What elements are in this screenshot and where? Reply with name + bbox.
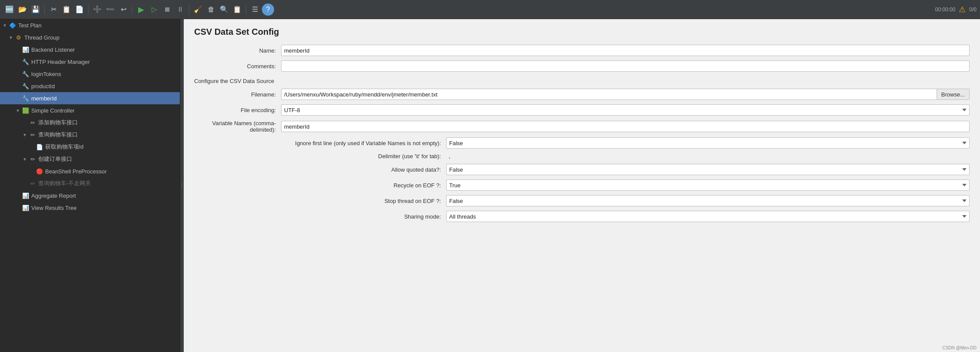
start-button[interactable]: ▶ (135, 3, 147, 16)
name-field (281, 45, 970, 56)
list-button[interactable]: ☰ (249, 3, 261, 16)
recycle-eof-select[interactable]: True False (446, 179, 970, 191)
expand-create-order[interactable]: ▼ (23, 157, 29, 162)
remove-button[interactable]: ➖ (104, 3, 116, 16)
tree-item-login-tokens[interactable]: ▶ 🔧 loginTokens (0, 68, 180, 80)
variable-names-label: Variable Names (comma-delimited): (194, 120, 281, 133)
ignore-first-line-label: Ignore first line (only used if Variable… (194, 140, 446, 146)
expand-query-cart[interactable]: ▼ (23, 133, 29, 137)
login-tokens-icon: 🔧 (22, 70, 30, 78)
reset-button[interactable]: ↩ (117, 3, 129, 16)
timer-display: 00:00:00 (935, 7, 956, 13)
open-button[interactable]: 📂 (17, 3, 29, 16)
paste-button[interactable]: 📄 (73, 3, 86, 16)
filename-label: Filename: (194, 91, 281, 98)
member-id-icon: 🔧 (22, 94, 30, 102)
get-cart-items-icon: 📄 (36, 143, 43, 151)
tree-item-beanshell-pre[interactable]: ▶ 🔴 BeanShell PreProcessor (0, 165, 180, 177)
tree-item-label: 查询购物车接口 (38, 131, 78, 139)
tree-item-label: loginTokens (31, 71, 61, 77)
name-input[interactable] (281, 45, 970, 56)
tree-item-product-id[interactable]: ▶ 🔧 productId (0, 80, 180, 92)
comments-row: Comments: (194, 60, 970, 72)
tree-item-label: Simple Controller (31, 107, 75, 114)
tree-item-label: Thread Group (24, 34, 60, 41)
tree-item-label: Test Plan (18, 22, 41, 29)
file-encoding-field: UTF-8 UTF-16 ISO-8859-1 US-ASCII (281, 104, 970, 116)
filename-row-inner: Browse... (281, 89, 970, 100)
toolbar-separator-4 (189, 5, 189, 14)
ignore-first-line-select[interactable]: False True (446, 137, 970, 149)
save-button[interactable]: 💾 (30, 3, 42, 16)
panel-title: CSV Data Set Config (194, 27, 970, 37)
allow-quoted-field: False True (446, 164, 970, 175)
add-button[interactable]: ➕ (91, 3, 103, 16)
cut-button[interactable]: ✂ (47, 3, 60, 16)
backend-listener-icon: 📊 (22, 46, 30, 53)
aggregate-report-icon: 📊 (22, 192, 30, 199)
tree-item-add-cart[interactable]: ▶ ✏ 添加购物车接口 (0, 116, 180, 129)
start-no-pause-button[interactable]: ▷ (148, 3, 160, 16)
recycle-eof-label: Recycle on EOF ?: (194, 182, 446, 189)
thread-group-icon: ⚙ (15, 33, 23, 41)
tree-item-thread-group[interactable]: ▼ ⚙ Thread Group (0, 31, 180, 43)
comments-input[interactable] (281, 60, 970, 72)
sharing-mode-select[interactable]: All threads Current thread group Current… (446, 211, 970, 222)
delimiter-field: , (446, 153, 970, 159)
tree-item-simple-controller[interactable]: ▼ 🟩 Simple Controller (0, 104, 180, 116)
sharing-mode-field: All threads Current thread group Current… (446, 211, 970, 222)
tree-item-view-results-tree[interactable]: ▶ 📊 View Results Tree (0, 202, 180, 214)
tree-item-get-cart-items[interactable]: ▶ 📄 获取购物车项id (0, 141, 180, 153)
allow-quoted-label: Allow quoted data?: (194, 166, 446, 173)
variable-names-input[interactable] (281, 121, 970, 132)
allow-quoted-select[interactable]: False True (446, 164, 970, 175)
delimiter-label: Delimiter (use '\t' for tab): (194, 153, 446, 159)
warning-icon: ⚠ (959, 5, 966, 14)
comments-field (281, 60, 970, 72)
create-order-icon: ✏ (29, 155, 36, 163)
stop-thread-select[interactable]: False True (446, 195, 970, 206)
panel-drag-handle[interactable] (180, 19, 184, 352)
tree-item-member-id[interactable]: ▶ 🔧 memberId (0, 92, 180, 104)
toolbar-right: 00:00:00 ⚠ 0/0 (935, 5, 977, 14)
toolbar: 🆕 📂 💾 ✂ 📋 📄 ➕ ➖ ↩ ▶ ▷ ⏹ ⏸ 🧹 🗑 🔍 📋 ☰ ? 00… (0, 0, 980, 19)
query-cart-icon: ✏ (29, 131, 36, 139)
tree-item-test-plan[interactable]: ▼ 🔷 Test Plan (0, 19, 180, 31)
expand-test-plan[interactable]: ▼ (3, 23, 9, 28)
browse-button[interactable]: Browse... (937, 89, 970, 100)
variable-names-field (281, 121, 970, 132)
section-title: Configure the CSV Data Source (194, 78, 970, 84)
filename-input[interactable] (281, 89, 937, 100)
add-cart-icon: ✏ (29, 119, 36, 126)
clear-all-button[interactable]: 🗑 (205, 3, 217, 16)
expand-simple-controller[interactable]: ▼ (16, 108, 22, 113)
clear-button[interactable]: 🧹 (192, 3, 204, 16)
error-count: 0/0 (969, 7, 977, 13)
view-results-tree-icon: 📊 (22, 204, 30, 212)
stop-thread-row: Stop thread on EOF ?: False True (194, 195, 970, 206)
beanshell-pre-icon: 🔴 (36, 167, 43, 175)
tree-item-backend-listener[interactable]: ▶ 📊 Backend Listener (0, 43, 180, 56)
file-encoding-select[interactable]: UTF-8 UTF-16 ISO-8859-1 US-ASCII (281, 104, 970, 116)
expand-thread-group[interactable]: ▼ (9, 35, 15, 40)
tree-item-http-header-manager[interactable]: ▶ 🔧 HTTP Header Manager (0, 56, 180, 68)
copy-button[interactable]: 📋 (60, 3, 73, 16)
log-viewer-button[interactable]: 📋 (231, 3, 243, 16)
help-button[interactable]: ? (262, 3, 274, 16)
shutdown-button[interactable]: ⏸ (174, 3, 186, 16)
search-button[interactable]: 🔍 (218, 3, 230, 16)
stop-button[interactable]: ⏹ (161, 3, 173, 16)
filename-field: Browse... (281, 89, 970, 100)
new-button[interactable]: 🆕 (3, 3, 16, 16)
tree-item-create-order[interactable]: ▼ ✏ 创建订单接口 (0, 153, 180, 165)
tree-item-label: 查询购物车-不走网关 (38, 179, 91, 187)
name-row: Name: (194, 45, 970, 56)
tree-item-query-cart-disabled[interactable]: ▶ ✏ 查询购物车-不走网关 (0, 177, 180, 189)
tree-item-label: Aggregate Report (31, 193, 76, 199)
delimiter-value: , (446, 151, 453, 161)
ignore-first-line-field: False True (446, 137, 970, 149)
tree-item-query-cart[interactable]: ▼ ✏ 查询购物车接口 (0, 129, 180, 141)
tree-item-aggregate-report[interactable]: ▶ 📊 Aggregate Report (0, 189, 180, 202)
right-panel: CSV Data Set Config Name: Comments: Conf… (184, 19, 980, 352)
left-panel: ▼ 🔷 Test Plan ▼ ⚙ Thread Group ▶ 📊 Backe… (0, 19, 180, 352)
